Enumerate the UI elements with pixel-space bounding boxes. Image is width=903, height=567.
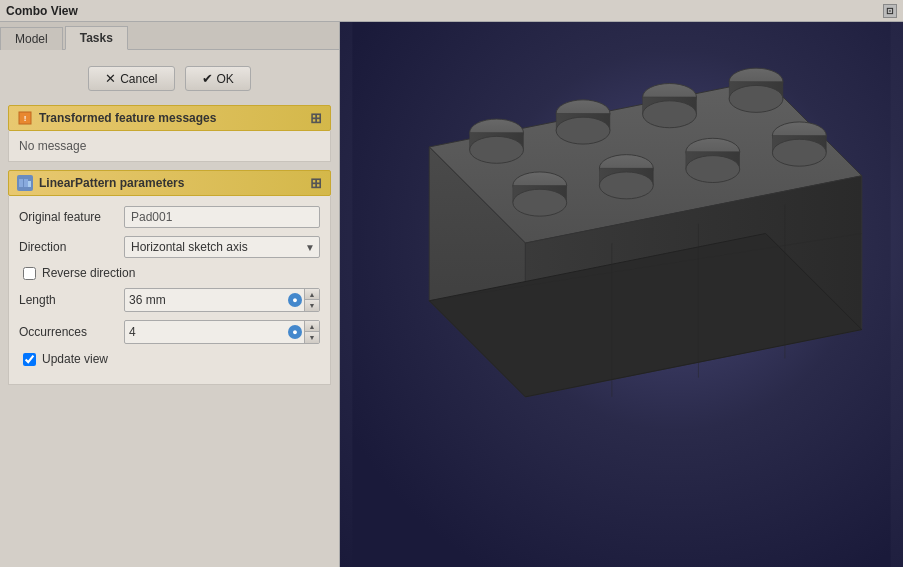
length-spin-up[interactable]: ▲ — [305, 289, 319, 300]
occurrences-label: Occurrences — [19, 325, 124, 339]
collapse-button[interactable]: ⊡ — [883, 4, 897, 18]
3d-viewport[interactable] — [340, 22, 903, 567]
transformed-feature-section: ! Transformed feature messages ⊞ No mess… — [8, 105, 331, 162]
reverse-direction-row: Reverse direction — [19, 266, 320, 280]
lego-scene — [340, 22, 903, 567]
ok-button[interactable]: ✔ OK — [185, 66, 251, 91]
update-view-row: Update view — [19, 352, 320, 366]
svg-rect-3 — [19, 179, 23, 187]
linear-pattern-icon — [17, 175, 33, 191]
svg-point-34 — [772, 139, 826, 166]
length-row: Length ● ▲ ▼ — [19, 288, 320, 312]
update-view-checkbox[interactable] — [23, 353, 36, 366]
svg-point-28 — [599, 172, 653, 199]
tab-bar: Model Tasks — [0, 22, 339, 50]
cancel-icon: ✕ — [105, 71, 116, 86]
reverse-direction-checkbox[interactable] — [23, 267, 36, 280]
cancel-label: Cancel — [120, 72, 157, 86]
transformed-feature-icon: ! — [17, 110, 33, 126]
transformed-feature-collapse[interactable]: ⊞ — [310, 110, 322, 126]
original-feature-input[interactable] — [124, 206, 320, 228]
length-indicator: ● — [288, 293, 302, 307]
svg-rect-5 — [28, 181, 31, 187]
action-buttons-row: ✕ Cancel ✔ OK — [8, 60, 331, 97]
linear-pattern-body: Original feature Direction Horizontal sk… — [8, 196, 331, 385]
svg-point-13 — [470, 136, 524, 163]
main-layout: Model Tasks ✕ Cancel ✔ OK — [0, 22, 903, 567]
occurrences-spinbox: ● ▲ ▼ — [124, 320, 320, 344]
svg-text:!: ! — [24, 114, 27, 123]
original-feature-label: Original feature — [19, 210, 124, 224]
length-label: Length — [19, 293, 124, 307]
linear-pattern-title: LinearPattern parameters — [39, 176, 184, 190]
svg-point-16 — [556, 117, 610, 144]
svg-point-22 — [729, 85, 783, 112]
transformed-feature-message: No message — [19, 139, 86, 153]
cancel-button[interactable]: ✕ Cancel — [88, 66, 174, 91]
linear-pattern-section: LinearPattern parameters ⊞ Original feat… — [8, 170, 331, 385]
direction-row: Direction Horizontal sketch axis Vertica… — [19, 236, 320, 258]
left-panel: Model Tasks ✕ Cancel ✔ OK — [0, 22, 340, 567]
svg-point-19 — [643, 101, 697, 128]
svg-point-31 — [686, 156, 740, 183]
panel-content: ✕ Cancel ✔ OK ! — [0, 50, 339, 567]
linear-pattern-collapse[interactable]: ⊞ — [310, 175, 322, 191]
linear-pattern-header-left: LinearPattern parameters — [17, 175, 184, 191]
occurrences-arrows: ▲ ▼ — [304, 321, 319, 343]
ok-label: OK — [217, 72, 234, 86]
occurrences-spin-down[interactable]: ▼ — [305, 332, 319, 343]
direction-label: Direction — [19, 240, 124, 254]
title-bar-text: Combo View — [6, 4, 78, 18]
transformed-feature-body: No message — [8, 131, 331, 162]
length-spin-down[interactable]: ▼ — [305, 300, 319, 311]
transformed-feature-title: Transformed feature messages — [39, 111, 216, 125]
length-spinbox: ● ▲ ▼ — [124, 288, 320, 312]
transformed-feature-header: ! Transformed feature messages ⊞ — [8, 105, 331, 131]
occurrences-spin-up[interactable]: ▲ — [305, 321, 319, 332]
transformed-feature-header-left: ! Transformed feature messages — [17, 110, 216, 126]
occurrences-input[interactable] — [125, 321, 286, 343]
direction-select-wrapper: Horizontal sketch axis Vertical sketch a… — [124, 236, 320, 258]
ok-icon: ✔ — [202, 71, 213, 86]
title-bar-controls: ⊡ — [883, 4, 897, 18]
title-bar: Combo View ⊡ — [0, 0, 903, 22]
occurrences-row: Occurrences ● ▲ ▼ — [19, 320, 320, 344]
linear-pattern-header: LinearPattern parameters ⊞ — [8, 170, 331, 196]
tab-tasks[interactable]: Tasks — [65, 26, 128, 50]
original-feature-row: Original feature — [19, 206, 320, 228]
svg-rect-4 — [24, 179, 28, 187]
length-input[interactable] — [125, 289, 286, 311]
reverse-direction-label: Reverse direction — [42, 266, 135, 280]
direction-select[interactable]: Horizontal sketch axis Vertical sketch a… — [124, 236, 320, 258]
svg-point-25 — [513, 189, 567, 216]
occurrences-indicator: ● — [288, 325, 302, 339]
update-view-label: Update view — [42, 352, 108, 366]
length-arrows: ▲ ▼ — [304, 289, 319, 311]
tab-model[interactable]: Model — [0, 27, 63, 50]
